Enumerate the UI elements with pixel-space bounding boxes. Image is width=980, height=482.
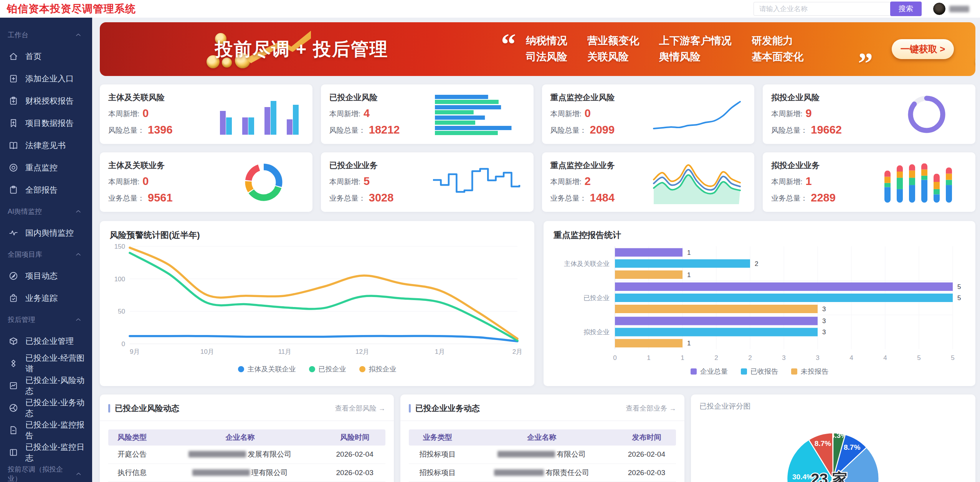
stat-cards-row-2: 主体及关联业务本周新增:0业务总量：9561已投企业业务本周新增:5业务总量：3… <box>100 152 975 212</box>
sidebar-group-4[interactable]: 投前尽调（拟投企业） <box>0 464 92 482</box>
svg-text:3: 3 <box>822 317 826 325</box>
search-button[interactable]: 搜索 <box>890 2 922 16</box>
sidebar-item-项目数据报告[interactable]: 项目数据报告 <box>0 112 92 134</box>
main-content: 投前尽调 + 投后管理 “ 纳税情况司法风险营业额变化关联风险上下游客户情况舆情… <box>92 18 980 482</box>
monitor-report-legend: 企业总量已收报告未投报告 <box>554 367 965 376</box>
svg-text:1: 1 <box>687 271 691 279</box>
sidebar-item-财税授权报告[interactable]: 财税授权报告 <box>0 90 92 112</box>
sidebar-group-0[interactable]: 工作台 <box>0 25 92 45</box>
sidebar-item-已投企业-监控日志[interactable]: 已投企业-监控日志 <box>0 441 92 464</box>
sidebar-item-label: 业务追踪 <box>25 293 58 304</box>
svg-text:8.7%: 8.7% <box>815 439 831 447</box>
svg-text:30.4%: 30.4% <box>792 473 813 481</box>
svg-text:1: 1 <box>681 354 684 362</box>
sidebar-item-添加企业入口[interactable]: 添加企业入口 <box>0 68 92 90</box>
chevron-up-icon <box>75 470 82 478</box>
company-name-suffix: 有限公司 <box>557 450 586 458</box>
stat-card-拟投企业风险[interactable]: 拟投企业风险本周新增:9风险总量：19662 <box>763 84 975 144</box>
stat-card-total-row: 业务总量：2289 <box>771 191 836 204</box>
search-input[interactable] <box>754 2 890 16</box>
stat-card-主体及关联业务[interactable]: 主体及关联业务本周新增:0业务总量：9561 <box>100 152 312 212</box>
legend-item-企业总量[interactable]: 企业总量 <box>691 367 728 376</box>
sidebar-item-label: 项目动态 <box>25 271 58 281</box>
total-label: 风险总量： <box>771 126 808 134</box>
svg-text:150: 150 <box>114 243 125 250</box>
sidebar-item-国内舆情监控[interactable]: 国内舆情监控 <box>0 222 92 244</box>
legend-item-主体及关联企业[interactable]: 主体及关联企业 <box>238 365 296 374</box>
risk-dyn-view-all-link[interactable]: 查看全部风险 → <box>335 404 385 413</box>
sidebar-item-全部报告[interactable]: 全部报告 <box>0 179 92 201</box>
avatar[interactable] <box>933 3 945 15</box>
stat-card-重点监控企业风险[interactable]: 重点监控企业风险本周新增:0风险总量：2099 <box>542 84 755 144</box>
sidebar-item-法律意见书[interactable]: 法律意见书 <box>0 134 92 157</box>
sidebar-group-label: 全国项目库 <box>8 250 42 259</box>
sidebar-group-1[interactable]: AI舆情监控 <box>0 201 92 222</box>
new-label: 本周新增: <box>771 178 802 186</box>
new-value: 5 <box>364 175 370 187</box>
table-col-header: 发布时间 <box>617 429 676 446</box>
sidebar-item-首页[interactable]: 首页 <box>0 45 92 68</box>
quote-close-icon: ” <box>858 48 873 76</box>
new-label: 本周新增: <box>329 178 360 186</box>
sidebar-item-label: 已投企业-业务动态 <box>25 397 92 419</box>
stat-card-new-row: 本周新增:0 <box>550 107 615 120</box>
legend-label: 企业总量 <box>700 367 728 376</box>
stat-card-text: 重点监控企业业务本周新增:2业务总量：1484 <box>550 160 615 204</box>
invested-score-pie-chart: 4.3%8.7%47.8%30.4%8.7%23 家 <box>699 411 964 482</box>
sidebar-group-2[interactable]: 全国项目库 <box>0 244 92 265</box>
biz-dyn-table-head: 业务类型企业名称发布时间 <box>409 429 676 446</box>
table-col-header: 风险时间 <box>324 429 385 446</box>
legend-dot-icon <box>238 366 244 372</box>
sidebar-item-已投企业-风险动态[interactable]: 已投企业-风险动态 <box>0 375 92 397</box>
svg-text:23 家: 23 家 <box>811 470 848 482</box>
panel-icon <box>8 447 18 457</box>
total-value: 3028 <box>369 191 394 204</box>
stat-card-拟投企业业务[interactable]: 拟投企业业务本周新增:1业务总量：2289 <box>763 152 975 212</box>
sidebar-item-label: 已投企业管理 <box>25 336 74 347</box>
table-row[interactable]: 招投标项目有限公司2026-02-04 <box>409 446 676 464</box>
step-spark-chart <box>427 160 525 205</box>
biz-dyn-view-all-link[interactable]: 查看全部业务 → <box>626 404 676 413</box>
banner-cta-button[interactable]: 一键获取 > <box>892 39 954 59</box>
stat-card-已投企业风险[interactable]: 已投企业风险本周新增:4风险总量：18212 <box>321 84 534 144</box>
stat-card-new-row: 本周新增:1 <box>771 175 836 188</box>
sidebar-item-已投企业-监控报告[interactable]: 已投企业-监控报告 <box>0 419 92 441</box>
sidebar-item-已投企业-经营图谱[interactable]: 已投企业-经营图谱 <box>0 352 92 375</box>
new-label: 本周新增: <box>550 178 582 186</box>
table-row[interactable]: 执行信息理有限公司2026-02-03 <box>108 464 385 482</box>
legend-label: 拟投企业 <box>369 365 397 374</box>
legend-item-拟投企业[interactable]: 拟投企业 <box>359 365 397 374</box>
svg-text:4: 4 <box>849 354 853 362</box>
sidebar-group-3[interactable]: 投后管理 <box>0 309 92 330</box>
legend-item-未投报告[interactable]: 未投报告 <box>791 367 828 376</box>
new-label: 本周新增: <box>550 110 582 118</box>
svg-text:3: 3 <box>822 328 826 336</box>
total-value: 18212 <box>369 124 400 136</box>
bag-check-icon <box>8 293 18 303</box>
legend-item-已投企业[interactable]: 已投企业 <box>309 365 346 374</box>
sidebar-item-已投企业-业务动态[interactable]: 已投企业-业务动态 <box>0 397 92 419</box>
stat-card-已投企业业务[interactable]: 已投企业业务本周新增:5业务总量：3028 <box>321 152 534 212</box>
chart-doc-icon <box>8 381 18 391</box>
table-header-row: 风险类型企业名称风险时间 <box>108 429 385 446</box>
table-row[interactable]: 开庭公告发展有限公司2026-02-04 <box>108 446 385 464</box>
eye-icon <box>8 163 18 173</box>
sidebar-item-重点监控[interactable]: 重点监控 <box>0 157 92 179</box>
stat-card-title: 拟投企业风险 <box>771 92 842 103</box>
chevron-up-icon <box>74 316 82 324</box>
sidebar-item-业务追踪[interactable]: 业务追踪 <box>0 287 92 309</box>
stat-card-重点监控企业业务[interactable]: 重点监控企业业务本周新增:2业务总量：1484 <box>542 152 755 212</box>
top-header: 铂信资本投资尽调管理系统 搜索 <box>0 0 980 18</box>
table-row[interactable]: 招投标项目有限责任公司2026-02-03 <box>409 464 676 482</box>
sidebar-item-已投企业管理[interactable]: 已投企业管理 <box>0 330 92 352</box>
legend-item-已收报告[interactable]: 已收报告 <box>741 367 778 376</box>
chevron-up-icon <box>74 251 82 258</box>
company-name-redacted <box>494 469 544 476</box>
legend-label: 主体及关联企业 <box>248 365 296 374</box>
svg-text:拟投企业: 拟投企业 <box>583 328 610 336</box>
sidebar-item-项目动态[interactable]: 项目动态 <box>0 265 92 287</box>
total-label: 业务总量： <box>108 194 145 202</box>
legend-dot-icon <box>359 366 365 372</box>
stat-card-主体及关联风险[interactable]: 主体及关联风险本周新增:0风险总量：1396 <box>100 84 312 144</box>
stat-card-new-row: 本周新增:2 <box>550 175 615 188</box>
